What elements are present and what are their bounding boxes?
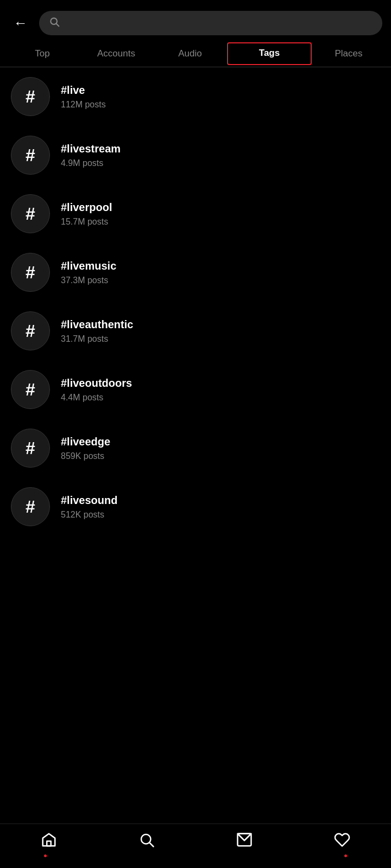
tag-info: #liveauthentic 31.7M posts [61,318,133,344]
tag-info: #live 112M posts [61,84,106,110]
tag-icon-circle: # [11,136,50,175]
tag-post-count: 31.7M posts [61,334,133,344]
tabs-bar: Top Accounts Audio Tags Places [0,42,391,67]
tab-tags[interactable]: Tags [227,42,312,65]
nav-likes[interactable] [334,832,350,852]
tag-name: #livestream [61,143,121,155]
tag-name: #liverpool [61,201,112,214]
home-icon [41,832,57,852]
svg-marker-6 [238,834,251,841]
tag-post-count: 4.4M posts [61,393,132,403]
tab-top[interactable]: Top [5,42,79,67]
tag-info: #livestream 4.9M posts [61,143,121,168]
tag-icon-circle: # [11,77,50,116]
home-notification-dot [44,854,47,857]
hashtag-icon: # [26,438,35,458]
tag-info: #liveoutdoors 4.4M posts [61,377,132,403]
tag-icon-circle: # [11,370,50,409]
tag-icon-circle: # [11,487,50,526]
tag-icon-circle: # [11,253,50,292]
tag-post-count: 859K posts [61,451,110,461]
tag-icon-circle: # [11,311,50,350]
back-arrow-icon: ← [14,15,28,31]
search-nav-icon [138,832,155,852]
bottom-navigation [0,824,391,868]
tag-item[interactable]: # #livesound 512K posts [0,477,391,536]
tag-item[interactable]: # #live 112M posts [0,67,391,126]
hashtag-icon: # [26,497,35,517]
tag-name: #liveedge [61,436,110,448]
inbox-icon [236,832,253,852]
tab-audio[interactable]: Audio [153,42,227,67]
nav-home[interactable] [41,832,57,852]
tag-post-count: 37.3M posts [61,276,116,285]
tag-item[interactable]: # #livestream 4.9M posts [0,126,391,184]
tab-places[interactable]: Places [312,42,386,67]
tag-name: #live [61,84,106,97]
nav-search[interactable] [138,832,155,852]
likes-notification-dot [344,854,347,857]
tag-info: #livemusic 37.3M posts [61,260,116,285]
hashtag-icon: # [26,204,35,224]
svg-rect-2 [47,841,51,846]
tag-name: #livemusic [61,260,116,272]
tag-item[interactable]: # #liveoutdoors 4.4M posts [0,360,391,419]
tag-post-count: 512K posts [61,510,117,520]
hashtag-icon: # [26,321,35,341]
header: ← live [0,0,391,42]
tag-name: #liveauthentic [61,318,133,331]
nav-inbox[interactable] [236,832,253,852]
tag-icon-circle: # [11,194,50,233]
back-button[interactable]: ← [9,11,33,35]
tag-name: #livesound [61,494,117,507]
tag-item[interactable]: # #liveauthentic 31.7M posts [0,302,391,360]
search-input[interactable]: live [65,17,373,29]
likes-icon [334,832,350,852]
search-icon [49,16,60,30]
tag-list: # #live 112M posts # #livestream 4.9M po… [0,67,391,824]
tag-info: #liverpool 15.7M posts [61,201,112,227]
tag-item[interactable]: # #liveedge 859K posts [0,419,391,477]
tag-post-count: 15.7M posts [61,217,112,227]
tag-item[interactable]: # #liverpool 15.7M posts [0,184,391,243]
svg-line-4 [150,843,154,847]
hashtag-icon: # [26,380,35,400]
tag-post-count: 112M posts [61,100,106,110]
tag-name: #liveoutdoors [61,377,132,390]
search-bar[interactable]: live [39,11,382,35]
hashtag-icon: # [26,87,35,107]
tag-icon-circle: # [11,429,50,468]
tag-post-count: 4.9M posts [61,158,121,168]
hashtag-icon: # [26,263,35,283]
svg-line-1 [56,24,59,27]
tag-info: #livesound 512K posts [61,494,117,520]
tag-info: #liveedge 859K posts [61,436,110,461]
hashtag-icon: # [26,145,35,165]
tab-accounts[interactable]: Accounts [79,42,153,67]
tag-item[interactable]: # #livemusic 37.3M posts [0,243,391,302]
